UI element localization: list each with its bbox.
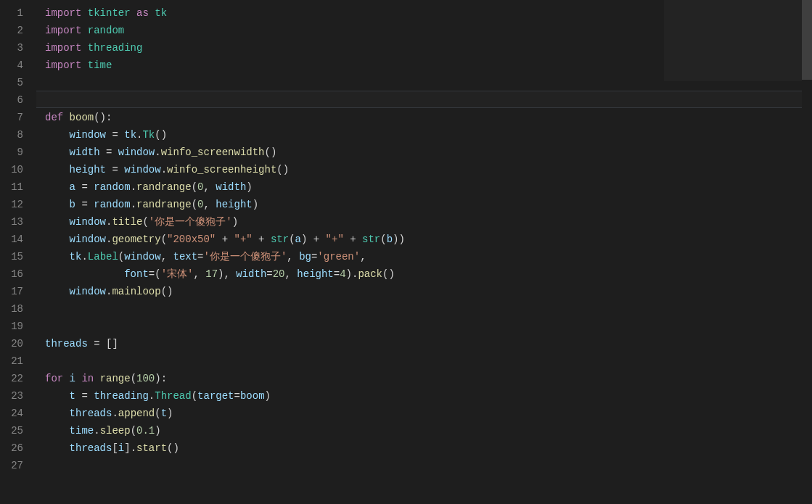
token-pun: ( [161,234,167,245]
code-line[interactable]: time.sleep(0.1) [45,422,812,439]
token-num: 0 [197,181,203,193]
token-fn: randrange [136,181,192,193]
code-editor[interactable]: 1234567891011121314151617181920212223242… [0,0,812,504]
token-pun: . [131,199,136,210]
code-line[interactable] [45,318,812,335]
token-var: window [124,251,160,263]
token-pun [45,234,70,245]
code-line[interactable]: import time [45,57,812,74]
code-line[interactable] [45,300,812,318]
token-pun: ( [131,373,136,384]
token-mod: str [271,234,289,245]
token-mod: Thread [155,390,191,402]
code-line[interactable]: import random [45,22,812,39]
token-kw: import [45,25,88,36]
line-number: 11 [0,178,23,196]
token-pun: ]. [124,442,136,454]
code-line[interactable]: import threading [45,39,812,57]
token-num: 17 [205,268,218,280]
token-pun: = [234,390,240,402]
code-line[interactable]: for i in range(100): [45,370,812,387]
line-number: 23 [0,387,23,405]
token-pun [45,146,70,158]
token-pun [45,286,70,297]
token-var: i [118,442,124,454]
token-pun: + [216,234,234,245]
token-str: '你是一个傻狍子' [204,251,287,263]
token-pun: [ [112,442,118,454]
token-pun [45,164,70,175]
token-pun: . [161,164,167,175]
code-line[interactable]: window = tk.Tk() [45,126,812,144]
scrollbar-thumb[interactable] [802,0,812,80]
token-pun [45,199,70,210]
vertical-scrollbar[interactable] [802,0,812,504]
code-line[interactable]: window.mainloop() [45,283,812,300]
code-line[interactable]: b = random.randrange(0, height) [45,196,812,213]
token-pun: () [161,286,173,297]
token-pun [45,181,70,193]
token-pun: )) [393,234,405,245]
token-pun [45,216,70,228]
token-pun: ) [155,425,160,437]
code-line[interactable]: threads = [] [45,335,812,352]
token-var: window [70,129,106,141]
token-kw: import [45,7,88,19]
code-line[interactable]: tk.Label(window, text='你是一个傻狍子', bg='gre… [45,248,812,265]
code-line[interactable]: t = threading.Thread(target=boom) [45,387,812,405]
line-number-gutter: 1234567891011121314151617181920212223242… [0,0,36,504]
token-fn: geometry [112,234,160,245]
token-str: 'green' [317,251,360,263]
token-var: b [387,234,393,245]
code-line[interactable]: a = random.randrange(0, width) [45,178,812,196]
code-line[interactable]: height = window.winfo_screenheight() [45,161,812,178]
token-pun: ( [142,216,148,228]
line-number: 19 [0,318,23,335]
line-number: 25 [0,422,23,439]
token-pun: . [112,408,118,419]
code-line[interactable] [45,91,812,109]
token-pun: () [382,268,395,280]
token-kw: for [45,373,70,384]
code-line[interactable] [45,74,812,91]
line-number: 10 [0,161,23,178]
line-number: 1 [0,4,23,22]
line-number: 26 [0,439,23,457]
token-fn: sleep [100,425,131,437]
code-line[interactable]: import tkinter as tk [45,4,812,22]
token-pun: , [285,268,298,280]
code-line[interactable]: def boom(): [45,109,812,126]
line-number: 4 [0,57,23,74]
token-pun: , [287,251,299,263]
token-kw: as [136,7,155,19]
token-fn: winfo_screenheight [167,164,276,175]
token-fn: mainloop [112,286,160,297]
token-pun: =( [149,268,161,280]
code-line[interactable] [45,352,812,370]
token-pun: ) [232,216,238,228]
token-num: 4 [340,268,345,280]
code-line[interactable]: window.title('你是一个傻狍子') [45,213,812,231]
code-area[interactable]: import tkinter as tkimport randomimport … [36,0,812,504]
token-pun: ( [131,425,136,437]
token-var: bg [299,251,311,263]
token-pun: = [334,268,340,280]
token-mod: str [362,234,380,245]
token-pun: () [276,164,289,175]
line-number: 8 [0,126,23,144]
line-number: 21 [0,352,23,370]
token-fn: randrange [136,199,192,210]
line-number: 24 [0,405,23,422]
code-line[interactable]: threads.append(t) [45,405,812,422]
code-line[interactable] [45,457,812,474]
token-obj: threads [70,442,112,454]
code-line[interactable]: window.geometry("200x50" + "+" + str(a) … [45,231,812,248]
code-line[interactable]: width = window.winfo_screenwidth() [45,144,812,161]
code-line[interactable]: threads[i].start() [45,439,812,457]
code-line[interactable]: font=('宋体', 17), width=20, height=4).pac… [45,265,812,283]
token-pun: + [253,234,271,245]
token-obj: window [70,234,106,245]
line-number: 13 [0,213,23,231]
token-obj: random [94,181,130,193]
token-fn: range [100,373,131,384]
